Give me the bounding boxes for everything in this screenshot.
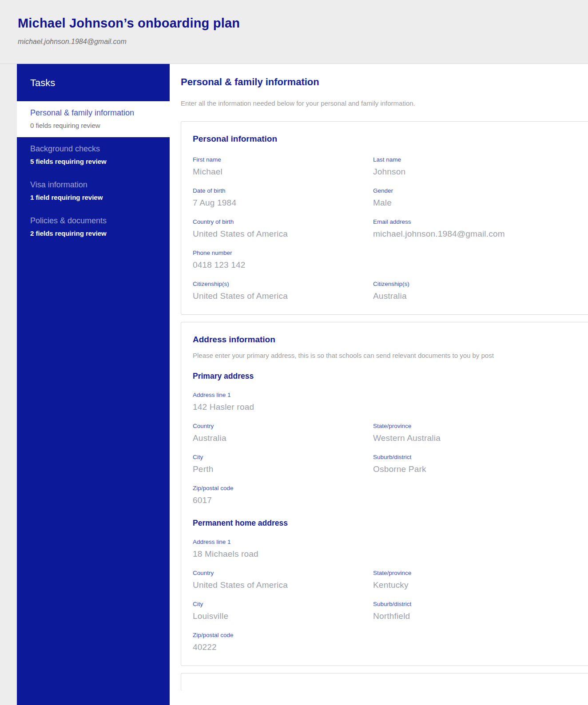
field-permanent-city: City Louisville: [193, 601, 373, 621]
field-label: State/province: [373, 570, 576, 576]
field-primary-city: City Perth: [193, 454, 373, 474]
field-last-name: Last name Johnson: [373, 156, 585, 177]
field-label: Date of birth: [193, 187, 364, 194]
field-row: Address line 1 142 Hasler road: [193, 392, 585, 412]
field-empty: [373, 632, 585, 652]
field-label: Gender: [373, 187, 576, 194]
field-permanent-zip-postal-code: Zip/postal code 40222: [193, 632, 373, 652]
field-row: Date of birth 7 Aug 1984 Gender Male: [193, 187, 585, 208]
sidebar-item-background-checks[interactable]: Background checks 5 fields requiring rev…: [17, 137, 170, 173]
field-permanent-suburb-district: Suburb/district Northfield: [373, 601, 585, 621]
field-value: Perth: [193, 464, 364, 474]
card-title: Personal information: [193, 134, 585, 144]
sidebar-item-label: Personal & family information: [30, 108, 156, 118]
field-label: Last name: [373, 156, 576, 163]
field-label: Zip/postal code: [193, 632, 364, 638]
card-description: Please enter your primary address, this …: [193, 352, 585, 359]
field-value: Australia: [373, 291, 576, 301]
section-description: Enter all the information needed below f…: [181, 99, 588, 107]
field-value: 7 Aug 1984: [193, 198, 364, 208]
field-row: Country Australia State/province Western…: [193, 423, 585, 443]
field-permanent-address-line-1: Address line 1 18 Michaels road: [193, 539, 373, 559]
sidebar-item-status: 1 field requiring review: [30, 194, 156, 201]
sidebar-item-visa-information[interactable]: Visa information 1 field requiring revie…: [17, 173, 170, 209]
field-label: Phone number: [193, 250, 364, 256]
card-title: Address information: [193, 335, 585, 345]
field-citizenship-1: Citizenship(s) United States of America: [193, 281, 373, 301]
field-primary-address-line-1: Address line 1 142 Hasler road: [193, 392, 373, 412]
field-row: City Perth Suburb/district Osborne Park: [193, 454, 585, 474]
field-value: United States of America: [193, 291, 364, 301]
field-row: First name Michael Last name Johnson: [193, 156, 585, 177]
field-value: United States of America: [193, 229, 364, 239]
sidebar-item-status: 5 fields requiring review: [30, 158, 156, 165]
field-value: 0418 123 142: [193, 260, 364, 270]
field-label: Country of birth: [193, 218, 364, 225]
field-value: United States of America: [193, 580, 364, 590]
section-heading: Personal & family information: [181, 76, 588, 88]
field-label: Suburb/district: [373, 454, 576, 460]
page-header: Michael Johnson’s onboarding plan michae…: [0, 0, 588, 63]
sidebar-item-status: 2 fields requiring review: [30, 230, 156, 237]
field-label: City: [193, 601, 364, 607]
field-row: Country United States of America State/p…: [193, 570, 585, 590]
tasks-sidebar: Tasks Personal & family information 0 fi…: [17, 64, 170, 705]
field-row: Address line 1 18 Michaels road: [193, 539, 585, 559]
field-value: Western Australia: [373, 433, 576, 443]
field-label: State/province: [373, 423, 576, 429]
field-label: Email address: [373, 218, 576, 225]
field-first-name: First name Michael: [193, 156, 373, 177]
sidebar-title: Tasks: [17, 64, 170, 101]
field-permanent-state-province: State/province Kentucky: [373, 570, 585, 590]
sidebar-item-status: 0 fields requiring review: [30, 122, 156, 129]
field-value: Male: [373, 198, 576, 208]
field-label: Citizenship(s): [373, 281, 576, 287]
sidebar-item-label: Visa information: [30, 180, 156, 190]
personal-information-card: Personal information First name Michael …: [181, 121, 588, 315]
page-title: Michael Johnson’s onboarding plan: [18, 16, 588, 31]
field-label: First name: [193, 156, 364, 163]
field-permanent-country: Country United States of America: [193, 570, 373, 590]
address-information-card: Address information Please enter your pr…: [181, 322, 588, 666]
field-empty: [373, 392, 585, 412]
field-value: michael.johnson.1984@gmail.com: [373, 229, 576, 239]
field-value: Michael: [193, 167, 364, 177]
field-row: Citizenship(s) United States of America …: [193, 281, 585, 301]
field-primary-suburb-district: Suburb/district Osborne Park: [373, 454, 585, 474]
field-label: Address line 1: [193, 392, 364, 398]
field-empty: [373, 485, 585, 505]
field-value: 18 Michaels road: [193, 549, 364, 559]
page-email: michael.johnson.1984@gmail.com: [18, 38, 588, 46]
field-phone-number: Phone number 0418 123 142: [193, 250, 373, 270]
field-label: Address line 1: [193, 539, 364, 545]
field-row: Zip/postal code 40222: [193, 632, 585, 652]
field-primary-state-province: State/province Western Australia: [373, 423, 585, 443]
field-value: 6017: [193, 495, 364, 505]
field-label: City: [193, 454, 364, 460]
field-label: Suburb/district: [373, 601, 576, 607]
field-empty: [373, 539, 585, 559]
field-value: 142 Hasler road: [193, 402, 364, 412]
field-label: Country: [193, 570, 364, 576]
field-label: Country: [193, 423, 364, 429]
field-label: Zip/postal code: [193, 485, 364, 491]
field-value: Louisville: [193, 611, 364, 621]
sidebar-item-label: Background checks: [30, 144, 156, 154]
sidebar-item-policies-documents[interactable]: Policies & documents 2 fields requiring …: [17, 209, 170, 245]
field-primary-zip-postal-code: Zip/postal code 6017: [193, 485, 373, 505]
field-country-of-birth: Country of birth United States of Americ…: [193, 218, 373, 239]
field-gender: Gender Male: [373, 187, 585, 208]
field-row: Country of birth United States of Americ…: [193, 218, 585, 239]
next-card-cut-off: [181, 673, 588, 691]
field-row: Zip/postal code 6017: [193, 485, 585, 505]
primary-address-heading: Primary address: [193, 372, 585, 381]
sidebar-item-personal-family-information[interactable]: Personal & family information 0 fields r…: [17, 101, 170, 137]
field-empty: [373, 250, 585, 270]
field-row: City Louisville Suburb/district Northfie…: [193, 601, 585, 621]
main-content: Personal & family information Enter all …: [170, 64, 588, 705]
field-citizenship-2: Citizenship(s) Australia: [373, 281, 585, 301]
field-date-of-birth: Date of birth 7 Aug 1984: [193, 187, 373, 208]
field-value: Northfield: [373, 611, 576, 621]
field-value: Australia: [193, 433, 364, 443]
sidebar-item-label: Policies & documents: [30, 216, 156, 226]
